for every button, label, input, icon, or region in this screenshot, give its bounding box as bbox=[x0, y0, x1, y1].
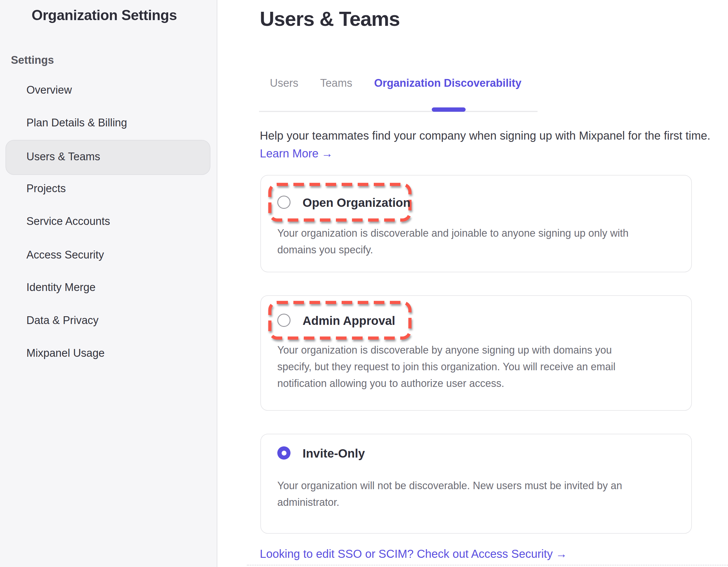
sidebar-item-identity-merge[interactable]: Identity Merge bbox=[26, 281, 96, 294]
arrow-right-icon: → bbox=[322, 147, 333, 160]
option-card-admin-approval: Admin Approval Your organization is disc… bbox=[260, 295, 692, 411]
radio-admin-approval[interactable] bbox=[277, 314, 291, 327]
sidebar-item-service-accounts[interactable]: Service Accounts bbox=[26, 215, 110, 227]
bottom-divider bbox=[247, 565, 728, 566]
sidebar-title: Organization Settings bbox=[32, 7, 177, 24]
tab-bar: Users Teams Organization Discoverability bbox=[270, 77, 521, 89]
tab-organization-discoverability[interactable]: Organization Discoverability bbox=[374, 77, 521, 89]
active-tab-indicator bbox=[432, 107, 466, 112]
option-description-invite-only: Your organization will not be discoverab… bbox=[277, 477, 648, 511]
option-description-admin-approval: Your organization is discoverable by any… bbox=[277, 342, 648, 392]
sidebar-item-users-teams[interactable]: Users & Teams bbox=[26, 150, 100, 163]
sidebar-item-projects[interactable]: Projects bbox=[26, 182, 66, 195]
radio-open-organization[interactable] bbox=[277, 195, 291, 209]
sidebar-section-label: Settings bbox=[11, 54, 54, 66]
tab-users[interactable]: Users bbox=[270, 77, 298, 89]
sidebar-item-plan-details-billing[interactable]: Plan Details & Billing bbox=[26, 117, 127, 129]
access-security-link-label: Looking to edit SSO or SCIM? Check out A… bbox=[260, 547, 553, 560]
settings-sidebar: Organization Settings Settings Overview … bbox=[0, 0, 217, 567]
intro-text: Help your teammates find your company wh… bbox=[260, 127, 728, 144]
option-label-open-organization: Open Organization bbox=[303, 196, 411, 209]
radio-invite-only[interactable] bbox=[277, 446, 291, 460]
option-card-invite-only: Invite-Only Your organization will not b… bbox=[260, 434, 692, 534]
tab-underline-track bbox=[259, 111, 538, 112]
sidebar-item-data-privacy[interactable]: Data & Privacy bbox=[26, 314, 98, 327]
access-security-link[interactable]: Looking to edit SSO or SCIM? Check out A… bbox=[260, 547, 567, 560]
sidebar-item-mixpanel-usage[interactable]: Mixpanel Usage bbox=[26, 347, 104, 359]
tab-teams[interactable]: Teams bbox=[320, 77, 352, 89]
option-description-open-organization: Your organization is discoverable and jo… bbox=[277, 225, 648, 258]
learn-more-label: Learn More bbox=[260, 147, 319, 160]
learn-more-link[interactable]: Learn More→ bbox=[260, 147, 333, 160]
page-title: Users & Teams bbox=[260, 7, 400, 30]
radio-selected-dot bbox=[282, 451, 286, 456]
sidebar-item-access-security[interactable]: Access Security bbox=[26, 249, 104, 261]
option-card-open-organization: Open Organization Your organization is d… bbox=[260, 175, 692, 272]
option-label-admin-approval: Admin Approval bbox=[303, 314, 395, 328]
option-label-invite-only: Invite-Only bbox=[303, 447, 365, 460]
arrow-right-icon: → bbox=[555, 547, 567, 560]
sidebar-item-overview[interactable]: Overview bbox=[26, 84, 72, 96]
